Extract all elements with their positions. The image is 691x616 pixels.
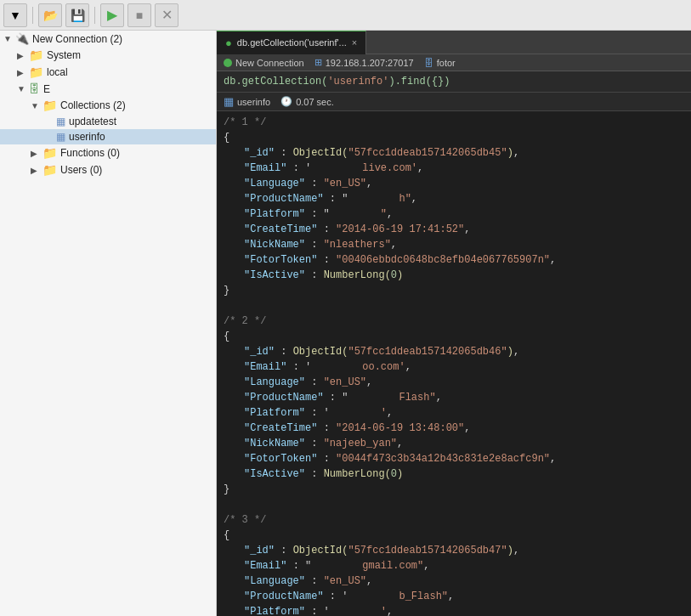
sidebar-item-functions[interactable]: ▶ 📁 Functions (0) <box>0 144 216 161</box>
tab-label: db.getCollection('userinf'... <box>237 37 347 48</box>
arrow-collapsed-local: ▶ <box>17 68 27 77</box>
arrow-users: ▶ <box>31 166 41 175</box>
collection1-label: updatetest <box>69 116 116 127</box>
query-find: ).find({}) <box>388 76 450 88</box>
field-platform-3: "Platform" : ' ', <box>224 604 684 616</box>
sidebar-item-userinfo[interactable]: ▦ userinfo <box>0 129 216 144</box>
arrow-functions: ▶ <box>31 149 41 158</box>
field-lang-2: "Language" : "en_US", <box>224 375 684 390</box>
sidebar-item-db[interactable]: ▼ 🗄 E <box>0 81 216 97</box>
results-bar: ▦ userinfo 🕐 0.07 sec. <box>217 93 691 111</box>
field-platform-2: "Platform" : ' ', <box>224 405 684 421</box>
toolbar-clear-btn[interactable]: ✕ <box>155 3 178 27</box>
results-time-item: 🕐 0.07 sec. <box>280 96 334 107</box>
query-text: db.getCollection( <box>224 76 327 88</box>
results-collection-label: userinfo <box>237 97 270 107</box>
updatetest-icon: ▦ <box>56 116 65 127</box>
field-platform-1: "Platform" : " ", <box>224 206 684 222</box>
conn-dot <box>224 59 232 67</box>
conn-host-icon: ⊞ <box>314 57 322 68</box>
sidebar-item-collections[interactable]: ▼ 📁 Collections (2) <box>0 97 216 114</box>
field-product-3: "ProductName" : ' b_Flash", <box>224 589 684 604</box>
functions-label: Functions (0) <box>60 147 120 159</box>
users-label: Users (0) <box>60 164 102 176</box>
toolbar-dropdown-btn[interactable]: ▼ <box>3 3 27 27</box>
json-content[interactable]: /* 1 */ { "_id" : ObjectId("57fcc1ddeab1… <box>217 111 691 616</box>
local-folder-icon: 📁 <box>29 65 43 79</box>
field-lang-1: "Language" : "en_US", <box>224 176 684 191</box>
query-collection-string: 'userinfo' <box>327 76 388 88</box>
field-createtime-2: "CreateTime" : "2014-06-19 13:48:00", <box>224 421 684 436</box>
db-label: E <box>43 83 50 95</box>
content-area: ● db.getCollection('userinf'... × New Co… <box>217 31 691 616</box>
system-folder-icon: 📁 <box>29 48 43 62</box>
arrow-expand: ▼ <box>3 34 14 43</box>
users-folder-icon: 📁 <box>42 163 57 177</box>
spacer-1 <box>224 298 684 314</box>
brace-open-1: { <box>224 130 684 145</box>
conn-item-db: 🗄 fotor <box>424 58 456 68</box>
toolbar-run-btn[interactable]: ▶ <box>100 3 124 27</box>
results-collection-item: ▦ userinfo <box>224 95 270 108</box>
results-time-label: 0.07 sec. <box>296 97 334 107</box>
arrow-expand-collections: ▼ <box>31 101 41 110</box>
query-bar: db.getCollection('userinfo').find({}) <box>217 71 691 93</box>
field-email-2: "Email" : ' oo.com', <box>224 359 684 375</box>
collection2-label: userinfo <box>69 131 105 143</box>
field-lang-3: "Language" : "en_US", <box>224 574 684 589</box>
toolbar-open-btn[interactable]: 📂 <box>38 3 62 27</box>
brace-close-2: } <box>224 482 684 497</box>
sidebar: ▼ 🔌 New Connection (2) ▶ 📁 System ▶ 📁 lo… <box>0 31 217 616</box>
conn-db: fotor <box>437 58 456 68</box>
sidebar-item-updatetest[interactable]: ▦ updatetest <box>0 114 216 129</box>
tab-close-icon[interactable]: × <box>352 37 357 48</box>
conn-name: New Connection <box>235 58 304 68</box>
field-createtime-1: "CreateTime" : "2014-06-19 17:41:52", <box>224 222 684 237</box>
toolbar-save-btn[interactable]: 💾 <box>65 3 89 27</box>
main-layout: ▼ 🔌 New Connection (2) ▶ 📁 System ▶ 📁 lo… <box>0 31 691 616</box>
toolbar-sep-1 <box>32 7 33 24</box>
tab-icon: ● <box>225 37 232 49</box>
field-fotortoken-2: "FotorToken" : "0044f473c3b34a12b43c831e… <box>224 451 684 466</box>
toolbar: ▼ 📂 💾 ▶ ■ ✕ <box>0 0 691 31</box>
field-product-1: "ProductName" : " h", <box>224 191 684 206</box>
comment-2: /* 2 */ <box>224 314 684 329</box>
field-fotortoken-1: "FotorToken" : "00406ebbdc0648bc8efb04e0… <box>224 252 684 268</box>
db-icon: 🗄 <box>29 82 40 95</box>
field-id-2: "_id" : ObjectId("57fcc1ddeab157142065db… <box>224 344 684 359</box>
arrow-expand-db: ▼ <box>17 84 27 93</box>
connection-icon: 🔌 <box>15 32 29 45</box>
sidebar-item-users[interactable]: ▶ 📁 Users (0) <box>0 161 216 178</box>
field-nickname-2: "NickName" : "najeeb_yan", <box>224 436 684 451</box>
field-id-1: "_id" : ObjectId("57fcc1ddeab157142065db… <box>224 145 684 161</box>
sidebar-item-system[interactable]: ▶ 📁 System <box>0 47 216 64</box>
field-isactive-1: "IsActive" : NumberLong(0) <box>224 268 684 283</box>
field-email-3: "Email" : " gmail.com", <box>224 558 684 574</box>
collections-folder-icon: 📁 <box>42 99 57 112</box>
comment-1: /* 1 */ <box>224 115 684 130</box>
tab-query[interactable]: ● db.getCollection('userinf'... × <box>217 31 366 54</box>
brace-close-1: } <box>224 283 684 298</box>
conn-item-name: New Connection <box>224 58 304 68</box>
conn-db-icon: 🗄 <box>424 58 433 68</box>
tab-bar: ● db.getCollection('userinf'... × <box>217 31 691 54</box>
connection-label: New Connection (2) <box>32 33 122 45</box>
brace-open-3: { <box>224 528 684 543</box>
toolbar-stop-btn[interactable]: ■ <box>127 3 151 27</box>
field-isactive-2: "IsActive" : NumberLong(0) <box>224 466 684 482</box>
clock-icon: 🕐 <box>280 96 292 107</box>
conn-item-host: ⊞ 192.168.1.207:27017 <box>314 57 414 68</box>
results-table-icon: ▦ <box>224 95 234 108</box>
local-label: local <box>47 66 68 78</box>
field-email-1: "Email" : ' live.com', <box>224 161 684 176</box>
toolbar-sep-2 <box>94 7 95 24</box>
sidebar-item-new-connection[interactable]: ▼ 🔌 New Connection (2) <box>0 31 216 47</box>
spacer-2 <box>224 497 684 512</box>
system-label: System <box>47 49 81 61</box>
sidebar-item-local[interactable]: ▶ 📁 local <box>0 64 216 81</box>
field-nickname-1: "NickName" : "nleathers", <box>224 237 684 252</box>
comment-3: /* 3 */ <box>224 512 684 528</box>
field-id-3: "_id" : ObjectId("57fcc1ddeab157142065db… <box>224 543 684 558</box>
brace-open-2: { <box>224 329 684 344</box>
conn-host: 192.168.1.207:27017 <box>326 58 414 68</box>
